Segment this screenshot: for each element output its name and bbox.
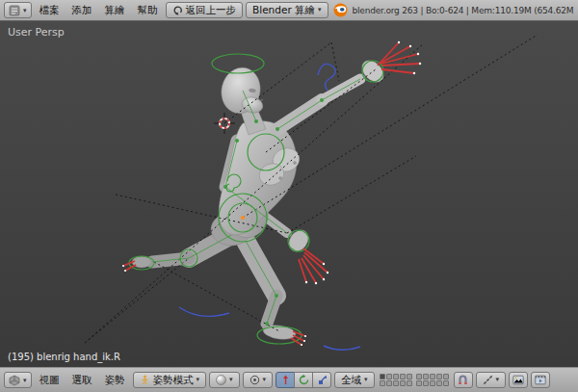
layer-toggle[interactable] <box>443 374 449 379</box>
menu-pose[interactable]: 姿勢 <box>100 374 130 387</box>
layer-toggle[interactable] <box>416 374 422 379</box>
info-header: ▾ 檔案 添加 算繪 幫助 返回上一步 Blender 算繪 ▾ blender… <box>0 0 578 21</box>
menu-help[interactable]: 幫助 <box>133 4 163 17</box>
chevron-down-icon: ▾ <box>23 7 27 13</box>
snap-element-icon <box>483 375 493 385</box>
manipulator-scale-icon <box>317 375 328 385</box>
mode-dropdown[interactable]: 姿勢模式 ▾ <box>133 372 207 388</box>
back-to-previous-button[interactable]: 返回上一步 <box>166 2 244 18</box>
back-button-label: 返回上一步 <box>186 4 237 17</box>
snap-element-dropdown[interactable]: ▾ <box>476 372 507 388</box>
manipulator-rotate-icon <box>299 375 309 385</box>
render-opengl-animation-button[interactable] <box>531 372 550 388</box>
layer-toggle[interactable] <box>386 380 392 386</box>
menu-select[interactable]: 選取 <box>67 374 97 387</box>
info-editor-icon <box>9 5 20 16</box>
render-engine-value: Blender 算繪 <box>252 4 315 17</box>
layer-toggle[interactable] <box>436 374 442 379</box>
layers-group-1 <box>380 374 412 386</box>
chevron-down-icon: ▾ <box>263 377 267 383</box>
layer-toggle[interactable] <box>423 380 429 386</box>
menu-add[interactable]: 添加 <box>67 4 97 17</box>
render-image-icon <box>512 375 524 385</box>
layer-toggle[interactable] <box>407 374 412 379</box>
chevron-down-icon: ▾ <box>364 377 368 383</box>
render-opengl-image-button[interactable] <box>509 372 528 388</box>
blender-window: ▾ 檔案 添加 算繪 幫助 返回上一步 Blender 算繪 ▾ blender… <box>0 0 578 392</box>
orientation-value: 全域 <box>341 374 361 387</box>
pivot-point-icon <box>250 375 260 385</box>
back-arrow-icon <box>172 5 183 15</box>
layer-toggle[interactable] <box>380 380 385 386</box>
layer-toggle[interactable] <box>430 380 435 386</box>
layer-toggle[interactable] <box>393 380 399 386</box>
manipulator-scale-button[interactable] <box>312 372 331 388</box>
pivot-point-dropdown[interactable]: ▾ <box>243 372 274 388</box>
menu-file[interactable]: 檔案 <box>35 4 65 17</box>
editor-type-button[interactable]: ▾ <box>4 2 32 18</box>
magnet-icon <box>458 375 468 385</box>
layer-toggle[interactable] <box>430 374 435 379</box>
scene-canvas <box>0 21 578 367</box>
layer-toggle[interactable] <box>386 374 392 379</box>
3d-editor-icon <box>9 375 20 386</box>
character-mesh <box>132 56 388 341</box>
status-text: blender.org 263 | Bo:0-624 | Mem:110.19M… <box>353 6 574 15</box>
layer-toggle[interactable] <box>407 380 412 386</box>
manipulator-translate-icon <box>280 375 291 385</box>
active-bone-label: (195) blenrig hand_ik.R <box>8 352 120 362</box>
viewport-shading-dropdown[interactable]: ▾ <box>209 372 240 388</box>
menu-view[interactable]: 視圖 <box>35 374 65 387</box>
menu-render[interactable]: 算繪 <box>100 4 130 17</box>
snap-magnet-button[interactable] <box>454 372 473 388</box>
rig-dashed-lines <box>85 35 538 343</box>
3d-viewport[interactable]: User Persp (195) blenrig hand_ik.R <box>0 21 578 367</box>
layer-toggle[interactable] <box>416 380 422 386</box>
layer-toggle[interactable] <box>436 380 442 386</box>
view-name-label: User Persp <box>8 26 65 39</box>
manipulator-widget <box>276 372 331 388</box>
chevron-down-icon: ▾ <box>229 377 233 383</box>
layers-group-2 <box>416 374 449 386</box>
layer-toggle[interactable] <box>380 374 385 379</box>
chevron-down-icon: ▾ <box>496 377 500 383</box>
layer-toggle[interactable] <box>400 380 406 386</box>
manipulator-rotate-button[interactable] <box>294 372 313 388</box>
object-origin-dot <box>241 216 245 220</box>
transform-orientation-dropdown[interactable]: 全域 ▾ <box>334 372 375 388</box>
layer-toggle[interactable] <box>393 374 399 379</box>
render-animation-icon <box>535 375 546 385</box>
layer-toggle[interactable] <box>443 380 449 386</box>
shading-sphere-icon <box>216 375 226 385</box>
layer-toggle[interactable] <box>400 374 406 379</box>
blender-logo <box>333 3 348 17</box>
manipulator-translate-button[interactable] <box>276 372 295 388</box>
chevron-down-icon: ▾ <box>197 377 200 383</box>
pose-mode-icon <box>140 375 150 385</box>
chevron-down-icon: ▾ <box>23 377 27 383</box>
viewport-header: ▾ 視圖 選取 姿勢 姿勢模式 ▾ ▾ <box>0 367 578 392</box>
layer-toggle[interactable] <box>423 374 429 379</box>
layers-widget <box>380 374 449 386</box>
editor-type-button-3dview[interactable]: ▾ <box>4 372 32 388</box>
mode-value: 姿勢模式 <box>153 374 194 387</box>
chevron-down-icon: ▾ <box>318 7 322 13</box>
render-engine-dropdown[interactable]: Blender 算繪 ▾ <box>246 2 328 18</box>
